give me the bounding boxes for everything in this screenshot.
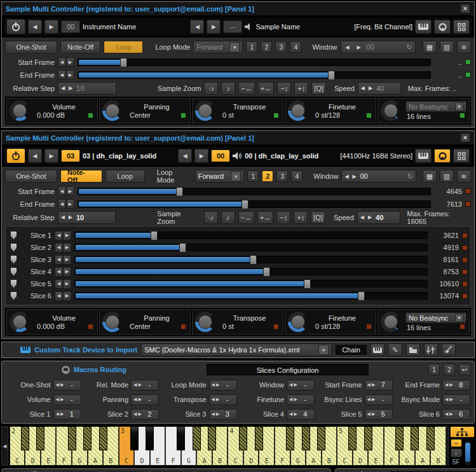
end-dec-button[interactable]: ◀ (58, 199, 66, 209)
browse-button[interactable] (406, 344, 420, 356)
panel2-instrument-next-button[interactable]: ▶ (44, 149, 58, 163)
grid-view-button[interactable]: ▦ (423, 170, 437, 183)
chevron-down-icon[interactable]: ▼ (455, 102, 463, 111)
mixer-button[interactable] (424, 344, 438, 356)
panel1-window-stepper[interactable]: ◀ ▶ 00 ↻ (341, 41, 416, 53)
black-key-D#4[interactable] (255, 426, 263, 450)
start-inc-button[interactable]: ▶ (66, 57, 74, 67)
panel1-loop-mode-dropdown[interactable]: Forward ▼ (193, 41, 243, 53)
macro-stepper[interactable]: ◀▶- (442, 394, 470, 405)
waveform-view-button[interactable]: ≋ (457, 170, 471, 183)
macro-stepper[interactable]: ◀▶- (53, 380, 81, 391)
panel2-loop-point-2-button[interactable]: 2 (262, 170, 273, 182)
slice-slider[interactable] (74, 292, 428, 300)
transpose-knob[interactable] (195, 101, 215, 121)
velocity-fader[interactable] (465, 440, 471, 466)
keyboard-toggle-button[interactable] (415, 20, 432, 34)
zoom-h-in-button[interactable]: +↔ (258, 82, 274, 95)
end-dec-button[interactable]: ◀ (58, 70, 66, 80)
start-inc-button[interactable]: ▶ (66, 186, 74, 196)
zoom-h-in-button[interactable]: +↔ (257, 211, 273, 224)
slice-inc-button[interactable]: ▶ (63, 231, 71, 240)
slice-inc-button[interactable]: ▶ (63, 267, 71, 277)
macro-stepper[interactable]: ◀▶5 (365, 409, 393, 420)
macro-stepper[interactable]: ◀▶- (365, 394, 393, 405)
panel2-start-frame-slider[interactable] (78, 188, 431, 195)
black-key-F#2[interactable] (68, 426, 76, 450)
speed-inc-button[interactable]: ▶ (369, 85, 372, 91)
slice-inc-button[interactable]: ▶ (63, 243, 71, 253)
speed-dec-button[interactable]: ◀ (361, 85, 365, 91)
panel1-instrument-prev-button[interactable]: ◀ (28, 20, 42, 34)
import-device-dropdown[interactable]: SMC (Doofer-Macros & 1x Hydra 1x Formula… (141, 344, 332, 356)
panel1-sample-prev-button[interactable]: ◀ (190, 20, 204, 34)
slice-inc-button[interactable]: ▶ (63, 291, 71, 301)
macro-stepper[interactable]: ◀▶3 (209, 409, 237, 420)
panel1-beatsync-dropdown[interactable]: No Beatsync▼ (405, 101, 466, 112)
panel2-beatsync-dropdown[interactable]: No Beatsync▼ (405, 312, 466, 323)
window-inc-button[interactable]: ▶ (353, 174, 357, 179)
start-dec-button[interactable]: ◀ (58, 186, 66, 196)
panel1-loop-button[interactable]: Loop (104, 41, 143, 53)
macros-reset-button[interactable]: ↩ (459, 364, 470, 375)
panel2-loop-button[interactable]: Loop (105, 170, 145, 183)
window-dec-button[interactable]: ◀ (344, 43, 351, 52)
panel1-instrument-next-button[interactable]: ▶ (44, 20, 58, 34)
black-key-C#2[interactable] (21, 426, 29, 450)
relstep-dec-button[interactable]: ◀ (61, 214, 65, 220)
black-key-C#3[interactable] (130, 426, 139, 450)
zoom-reset-button[interactable]: [Q] (311, 211, 325, 224)
panel1-sample-index[interactable]: -- (223, 20, 242, 33)
edit-button[interactable]: ✎ (388, 344, 402, 356)
panel2-loop-mode-dropdown[interactable]: Forward ▼ (195, 170, 245, 183)
macro-stepper[interactable]: ◀▶8 (442, 380, 470, 391)
chevron-down-icon[interactable]: ▼ (231, 171, 241, 181)
slice-dec-button[interactable]: ◀ (55, 291, 63, 301)
slice-slider[interactable] (74, 244, 428, 251)
panel2-sample-index[interactable]: 00 (211, 149, 230, 162)
panel1-relative-step-stepper[interactable]: ◀ ▶ 10 (58, 82, 116, 95)
black-key-G#2[interactable] (83, 426, 92, 450)
slice-slider[interactable] (74, 268, 428, 275)
slice-inc-button[interactable]: ▶ (63, 255, 71, 265)
beatsync-knob[interactable] (381, 101, 401, 121)
macro-stepper[interactable]: ◀▶7 (365, 380, 393, 391)
panel2-window-stepper[interactable]: ◀ ▶ 00 ↻ (341, 170, 416, 183)
zoom-v-in-button[interactable]: +↕ (294, 82, 308, 95)
keyboard-toggle-button[interactable] (415, 149, 432, 163)
clean-button[interactable] (442, 344, 456, 356)
window-dec-button[interactable]: ◀ (344, 174, 348, 179)
zoom-note-left-button[interactable]: ·♪ (204, 82, 218, 95)
slice-dec-button[interactable]: ◀ (55, 231, 63, 240)
panel2-note-off-button[interactable]: Note-Off (60, 170, 102, 183)
zoom-note-right-button[interactable]: ♪ (221, 211, 235, 224)
octave-down-button[interactable]: − (451, 439, 462, 447)
black-key-F#4[interactable] (286, 426, 294, 450)
panel1-end-frame-slider[interactable] (78, 71, 431, 79)
collapse-panel-button[interactable] (453, 149, 470, 163)
macro-stepper[interactable]: ◀▶- (209, 380, 237, 391)
panel1-loop-point-1-button[interactable]: 1 (246, 41, 257, 53)
beatsync-knob[interactable] (381, 312, 401, 332)
start-dec-button[interactable]: ◀ (58, 57, 66, 67)
black-key-A#3[interactable] (208, 426, 216, 450)
macro-stepper[interactable]: ◀▶- (287, 380, 315, 391)
end-inc-button[interactable]: ▶ (66, 70, 74, 80)
panel1-loop-point-4-button[interactable]: 4 (290, 41, 301, 53)
panel1-power-button[interactable] (6, 19, 25, 34)
monitor-toggle-button[interactable] (434, 149, 451, 163)
panel1-speed-stepper[interactable]: ◀ ▶ 40 (358, 82, 401, 95)
panel2-loop-point-1-button[interactable]: 1 (247, 170, 259, 182)
routing-tree-button[interactable] (450, 426, 475, 438)
panel2-end-frame-slider[interactable] (78, 200, 431, 208)
keyboard-scroll-left-button[interactable]: ◀ (1, 426, 8, 466)
panel2-power-button[interactable] (6, 148, 25, 163)
finetune-knob[interactable] (288, 312, 308, 332)
macro-stepper[interactable]: ◀▶1 (53, 409, 81, 420)
relstep-dec-button[interactable]: ◀ (61, 85, 65, 91)
import-keys-button[interactable] (371, 344, 384, 356)
slices-configuration-field[interactable]: Slices Configuration (207, 364, 369, 375)
panel1-close-icon[interactable]: × (460, 4, 470, 13)
black-key-G#4[interactable] (302, 426, 310, 450)
slice-dec-button[interactable]: ◀ (55, 279, 63, 289)
